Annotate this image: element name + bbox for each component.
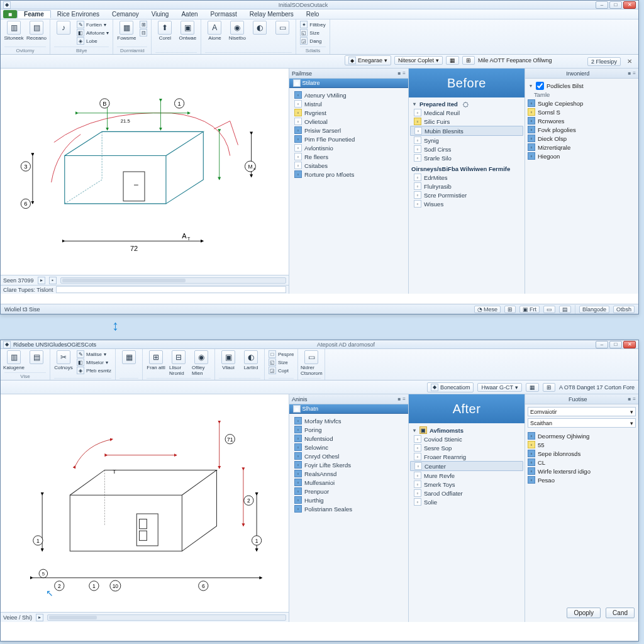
ribbon-button[interactable]: ⬆Corel [155, 21, 174, 41]
tree-item[interactable]: ▫Wisues [410, 199, 523, 208]
drawing-canvas[interactable]: 71 2 1 1 2 1 10 6 5 T ↖ [1, 394, 289, 612]
minimize-button[interactable]: – [596, 341, 608, 348]
ribbon-button[interactable]: ▤ [27, 350, 46, 370]
menu-tab[interactable]: Aaten [175, 11, 204, 18]
tree-item[interactable]: ▫Avlontisnio [291, 143, 407, 152]
tree-item[interactable]: ▫Rvgriest [291, 108, 407, 117]
tree-item[interactable]: ▫Prisiw Sarserl [291, 126, 407, 135]
tree-item[interactable]: ▫Sesre Sop [410, 443, 523, 452]
status-button[interactable]: ⊞ [504, 306, 516, 313]
ribbon-button[interactable]: ✂Cotnoys [54, 350, 73, 374]
prop-select[interactable]: Scaithan▾ [528, 418, 636, 428]
prop-checkbox[interactable] [536, 82, 544, 90]
status-button[interactable]: Blangode [579, 306, 609, 313]
tree-item[interactable]: ▫Mistrul [291, 99, 407, 108]
tree-item[interactable]: ▫Cnryd Othesl [291, 452, 407, 460]
property-item[interactable]: ▫55 [528, 440, 636, 449]
tree-item[interactable]: ▫Re fleers [291, 152, 407, 161]
tree-item[interactable]: ▫Nufentsiod [291, 434, 407, 443]
tree-item[interactable]: ▫Morfay Mivfcs [291, 416, 407, 425]
ribbon-button[interactable]: ◐ [250, 21, 269, 41]
close-button[interactable]: ✕ [623, 1, 636, 9]
ribbon-small-button[interactable]: ◲Dang [300, 37, 325, 45]
tree-item[interactable]: ▫Mulfesanioi [291, 478, 407, 487]
property-item[interactable]: ▫Hiegoon [528, 152, 636, 160]
tree-item[interactable]: ▫Pim Ffie Pounetied [291, 135, 407, 143]
combo-button[interactable]: ◆Bonecatiom [427, 382, 474, 392]
tree-item[interactable]: ▫Mure Revfe [410, 471, 523, 480]
property-item[interactable]: ▫Pesao [528, 475, 636, 484]
combo-button[interactable]: ▦ [446, 56, 459, 65]
tree-item[interactable]: ▫Coviod Stienic [410, 435, 523, 443]
status-button[interactable]: ◔ Mese [474, 306, 501, 313]
ribbon-small-button[interactable]: ◈Lobe [77, 37, 109, 45]
ribbon-small-button[interactable]: ✦Filtibey [300, 21, 325, 28]
hscroll[interactable] [47, 614, 286, 621]
hscroll[interactable] [60, 277, 286, 284]
tree-item[interactable]: ▫Synig [410, 136, 523, 145]
close-button[interactable]: ✕ [623, 341, 636, 348]
combo-button[interactable]: Nitesor Coplet ▾ [394, 56, 443, 65]
drawing-canvas[interactable]: 72 AT B 1 3 6 Ma 21.5 [1, 69, 289, 275]
tree-item[interactable]: ▫Rorture pro Mfoets [291, 170, 407, 179]
ribbon-button[interactable]: ▥Sitoneek [4, 21, 23, 41]
ribbon-small-button[interactable]: ◱Size [300, 29, 325, 36]
property-item[interactable]: ▫Rcnwores [528, 116, 636, 125]
ribbon-button[interactable]: AAione [205, 21, 224, 41]
tree-item[interactable]: ▫Solie [410, 497, 523, 506]
tree-item[interactable]: ▫Flulryrasib [410, 182, 523, 191]
ribbon-button[interactable]: ▭ [273, 21, 292, 41]
property-item[interactable]: ▫Mizrertiqrale [528, 143, 636, 152]
property-item[interactable]: ▫Fovk plogolies [528, 125, 636, 134]
ribbon-button[interactable]: ♪ [54, 21, 73, 45]
menu-tab[interactable]: Rice Environes [51, 11, 106, 18]
maximize-button[interactable]: □ [609, 341, 622, 348]
tree-item[interactable]: ▫Silic Fuirs [410, 117, 523, 126]
tree-item[interactable]: ▫Sarod Odfiater [410, 489, 523, 497]
prop-select[interactable]: Eomvaiotir▾ [528, 407, 636, 416]
minimize-button[interactable]: – [596, 1, 608, 9]
property-item[interactable]: ▫CL [528, 458, 636, 467]
ribbon-button[interactable]: ▤Receano [27, 21, 46, 41]
property-item[interactable]: ▫Deormesy Ojhiwing [528, 431, 636, 440]
tree-item[interactable]: ▫Sodl Cirss [410, 145, 523, 153]
sheet-tab[interactable]: Seen 37099 [3, 277, 34, 284]
status-button[interactable]: ▭ [543, 306, 555, 313]
cancel-button[interactable]: Cand [606, 608, 635, 618]
ribbon-button[interactable]: ◉Nisetbo [228, 21, 247, 41]
ribbon-button[interactable]: ▦Fowsme [117, 21, 136, 41]
property-item[interactable]: ▫Sugle Cepieshop [528, 99, 636, 108]
sheet-tab[interactable]: Veiee / Shi) [3, 614, 32, 621]
tree-item[interactable]: ▫Hurthig [291, 496, 407, 504]
menu-tab[interactable]: Pormasst [204, 11, 243, 18]
tree-item[interactable]: ▫Medical Reuil [410, 108, 523, 117]
property-item[interactable]: ▫Dieck Olsp [528, 134, 636, 143]
tree-item[interactable]: ▫Prenpuor [291, 487, 407, 496]
maximize-button[interactable]: □ [609, 1, 622, 9]
tree-item[interactable]: ▫Scre Porrmistier [410, 191, 523, 199]
tree-item[interactable]: ▫Csitabes [291, 161, 407, 170]
apply-button[interactable]: Opoply [567, 608, 601, 618]
ribbon-small-button[interactable]: ◧Aifotone ▾ [77, 29, 109, 36]
panel-tab[interactable]: ▣ Stilatre [289, 79, 408, 88]
ribbon-button[interactable]: ▣Ontwae [178, 21, 197, 41]
property-item[interactable]: ▫Wirfe lextersrd idigo [528, 467, 636, 475]
property-item[interactable]: ▫Sornsl S [528, 108, 636, 116]
status-button[interactable]: ▤ [559, 306, 571, 313]
tree-item[interactable]: ▫Ovlietoal [291, 117, 407, 126]
tree-item[interactable]: ▫Froaer Rearnrig [410, 452, 523, 461]
tree-item[interactable]: ▫Poring [291, 425, 407, 434]
status-button[interactable]: ▣ Frt [519, 306, 540, 313]
combo-button[interactable]: ⊞ [462, 56, 475, 65]
ribbon-button[interactable]: ▥Kalogene [4, 350, 23, 370]
status-button[interactable]: Otbsh [613, 306, 635, 313]
tree-item[interactable]: ▫Selowinc [291, 443, 407, 452]
ribbon-small-button[interactable]: ✎Fortien ▾ [77, 21, 109, 28]
panel-tab[interactable]: ▣ Slhatn [289, 404, 408, 414]
tree-item[interactable]: ▫RealsAnnsd [291, 469, 407, 478]
tree-item[interactable]: ▫Srarle Silo [410, 153, 523, 162]
tree-item[interactable]: ▫Atenury VMiling [291, 91, 407, 99]
menu-tab[interactable]: Viuing [145, 11, 175, 18]
menu-tab[interactable]: Relo [300, 11, 326, 18]
tree-item[interactable]: ▫Ceunter [410, 461, 523, 471]
